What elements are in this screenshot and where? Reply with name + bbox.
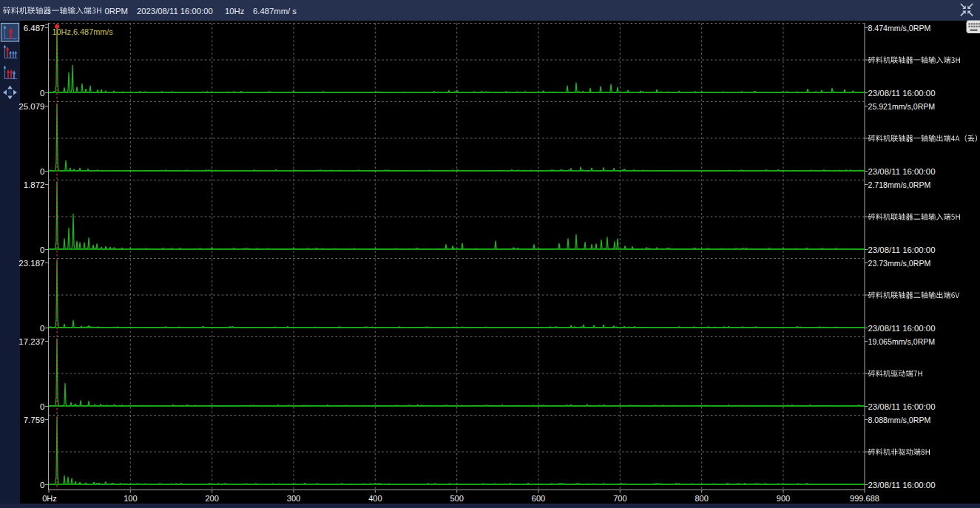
svg-text:500: 500	[450, 494, 463, 503]
svg-text:0: 0	[40, 167, 44, 176]
svg-text:0Hz: 0Hz	[42, 494, 57, 503]
svg-text:0: 0	[40, 89, 44, 98]
svg-text:10Hz: 10Hz	[225, 7, 245, 16]
svg-text:800: 800	[695, 494, 708, 503]
svg-text:2023/08/11 16:00:00: 2023/08/11 16:00:00	[137, 7, 213, 16]
svg-text:1.872: 1.872	[24, 180, 45, 189]
svg-text:900: 900	[777, 494, 790, 503]
svg-text:2.718mm/s,0RPM: 2.718mm/s,0RPM	[868, 180, 931, 189]
svg-text:23/08/11 16:00:00: 23/08/11 16:00:00	[868, 402, 936, 411]
svg-text:6.487mm/ s: 6.487mm/ s	[253, 7, 297, 16]
svg-text:23/08/11 16:00:00: 23/08/11 16:00:00	[868, 245, 936, 254]
svg-text:0: 0	[40, 402, 44, 411]
svg-text:0: 0	[40, 324, 44, 333]
svg-text:8.088mm/s,0RPM: 8.088mm/s,0RPM	[868, 416, 931, 424]
svg-text:23.73mm/s,0RPM: 23.73mm/s,0RPM	[868, 259, 931, 268]
svg-text:300: 300	[287, 494, 300, 503]
svg-text:0: 0	[40, 481, 44, 490]
svg-text:17.237: 17.237	[18, 337, 44, 346]
svg-text:10Hz,6.487mm/s: 10Hz,6.487mm/s	[53, 27, 114, 36]
svg-text:200: 200	[205, 494, 218, 503]
svg-text:25.921mm/s,0RPM: 25.921mm/s,0RPM	[868, 102, 936, 111]
svg-text:100: 100	[124, 494, 137, 503]
svg-text:6.487: 6.487	[24, 24, 45, 33]
svg-text:23.187: 23.187	[18, 259, 44, 268]
svg-text:19.065mm/s,0RPM: 19.065mm/s,0RPM	[868, 337, 936, 346]
svg-text:7.759: 7.759	[24, 416, 45, 424]
svg-text:8.474mm/s,0RPM: 8.474mm/s,0RPM	[868, 24, 931, 33]
svg-text:23/08/11 16:00:00: 23/08/11 16:00:00	[868, 89, 936, 98]
svg-text:0RPM: 0RPM	[105, 7, 128, 16]
svg-text:999.688: 999.688	[850, 494, 879, 503]
svg-text:600: 600	[532, 494, 545, 503]
svg-text:700: 700	[613, 494, 626, 503]
svg-text:23/08/11 16:00:00: 23/08/11 16:00:00	[868, 481, 936, 490]
svg-text:25.079: 25.079	[18, 102, 44, 111]
svg-text:400: 400	[368, 494, 382, 503]
svg-text:23/08/11 16:00:00: 23/08/11 16:00:00	[868, 167, 936, 176]
svg-text:0: 0	[40, 245, 44, 254]
svg-text:23/08/11 16:00:00: 23/08/11 16:00:00	[868, 324, 936, 333]
